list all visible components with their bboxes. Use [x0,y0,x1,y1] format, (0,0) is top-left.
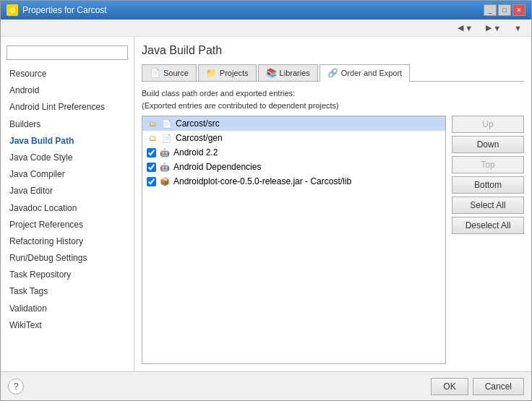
folder-icon: 🗂 [147,134,158,142]
sidebar-item-javadoc-location[interactable]: Javadoc Location [1,200,134,217]
folder-icon: 🗂 [147,119,158,128]
list-item[interactable]: 🗂 📄 Carcost/gen [142,131,445,145]
tab-source[interactable]: 📄 Source [142,64,197,81]
tab-libraries[interactable]: 📚 Libraries [258,64,318,81]
close-button[interactable]: ✕ [512,4,525,16]
sidebar: Resource Android Android Lint Preference… [1,37,134,371]
back-icon: ◀ [458,23,463,33]
sidebar-item-android[interactable]: Android [1,82,134,99]
sidebar-item-resource[interactable]: Resource [1,66,134,82]
sidebar-item-java-build-path[interactable]: Java Build Path [1,133,134,150]
sidebar-item-wikitext[interactable]: WikiText [1,317,134,334]
menu-dropdown-icon: ▼ [514,24,522,33]
sidebar-item-run-debug[interactable]: Run/Debug Settings [1,250,134,267]
sidebar-item-validation[interactable]: Validation [1,301,134,317]
window-content: ◀ ▼ ▶ ▼ ▼ Resource Android [1,20,531,400]
sidebar-item-task-repository[interactable]: Task Repository [1,267,134,283]
ok-button[interactable]: OK [431,378,468,395]
projects-tab-icon: 📁 [206,68,217,78]
up-button[interactable]: Up [452,116,524,133]
src-icon: 📄 [161,119,173,129]
tab-projects[interactable]: 📁 Projects [198,64,257,81]
top-button[interactable]: Top [452,156,524,173]
help-button[interactable]: ? [8,379,24,394]
menu-dropdown-button[interactable]: ▼ [509,22,527,35]
select-all-button[interactable]: Select All [452,197,524,214]
sidebar-item-java-compiler[interactable]: Java Compiler [1,166,134,183]
build-description: Build class path order and exported entr… [142,87,524,111]
forward-icon: ▶ [486,23,492,33]
maximize-button[interactable]: □ [498,4,511,16]
nav-bar: ◀ ▼ ▶ ▼ ▼ [1,20,531,37]
sidebar-item-task-tags[interactable]: Task Tags [1,283,134,300]
title-bar: ⚙ Properties for Carcost _ □ ✕ [1,1,531,20]
tabs-bar: 📄 Source 📁 Projects 📚 Libraries 🔗 Order … [142,64,524,82]
sidebar-item-android-lint[interactable]: Android Lint Preferences [1,99,134,116]
jar-icon: 📦 [159,177,171,186]
cancel-button[interactable]: Cancel [473,378,524,395]
build-buttons: Up Down Top Bottom Select All Deselect A… [452,116,524,364]
sidebar-item-java-editor[interactable]: Java Editor [1,183,134,199]
source-tab-icon: 📄 [150,68,160,78]
tab-order-and-export[interactable]: 🔗 Order and Export [319,64,410,82]
main-window: ⚙ Properties for Carcost _ □ ✕ ◀ ▼ ▶ ▼ ▼ [0,0,532,401]
list-item[interactable]: 🤖 Android 2.2 [142,145,445,160]
footer-right: OK Cancel [431,378,524,395]
android-deps-icon: 🤖 [159,163,171,172]
sidebar-item-project-references[interactable]: Project References [1,217,134,233]
sidebar-item-java-code-style[interactable]: Java Code Style [1,150,134,166]
android-icon: 🤖 [159,148,171,158]
window-icon: ⚙ [7,4,18,16]
sidebar-item-refactoring-history[interactable]: Refactoring History [1,233,134,250]
bottom-button[interactable]: Bottom [452,176,524,194]
build-list: 🗂 📄 Carcost/src 🗂 📄 Carcost/gen [142,116,446,364]
footer: ? OK Cancel [1,371,531,400]
gen-icon: 📄 [161,134,173,143]
android-deps-checkbox[interactable] [147,163,156,172]
title-buttons: _ □ ✕ [484,4,525,16]
libraries-tab-icon: 📚 [266,68,277,78]
build-main: 🗂 📄 Carcost/src 🗂 📄 Carcost/gen [142,116,524,364]
sidebar-item-builders[interactable]: Builders [1,116,134,133]
order-tab-icon: 🔗 [327,68,338,78]
down-button[interactable]: Down [452,136,524,153]
back-dropdown-icon: ▼ [465,24,473,33]
list-item[interactable]: 📦 Androidplot-core-0.5.0-release.jar - C… [142,174,445,189]
list-item[interactable]: 🗂 📄 Carcost/src [142,116,445,131]
main-area: Resource Android Android Lint Preference… [1,37,531,371]
title-bar-left: ⚙ Properties for Carcost [7,4,107,16]
window-title: Properties for Carcost [22,5,107,15]
sidebar-search-input[interactable] [7,46,128,60]
content-area: Java Build Path 📄 Source 📁 Projects 📚 Li… [134,37,531,371]
jar-checkbox[interactable] [147,177,156,186]
list-item[interactable]: 🤖 Android Dependencies [142,160,445,174]
android22-checkbox[interactable] [147,148,156,158]
back-button[interactable]: ◀ ▼ [452,21,478,35]
minimize-button[interactable]: _ [484,4,497,16]
deselect-all-button[interactable]: Deselect All [452,217,524,234]
forward-button[interactable]: ▶ ▼ [481,21,506,35]
content-title: Java Build Path [142,44,524,57]
forward-dropdown-icon: ▼ [493,24,501,33]
help-icon: ? [13,381,18,392]
